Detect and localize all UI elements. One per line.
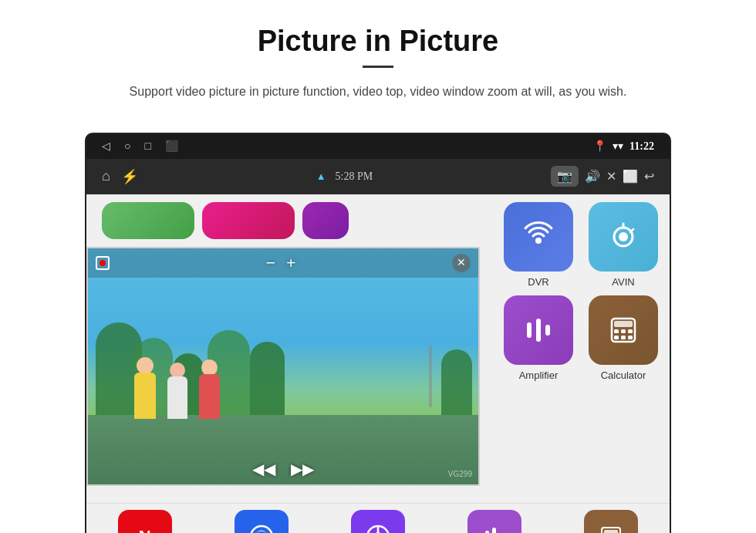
- dvr-app-item[interactable]: DVR: [500, 202, 577, 288]
- pip-bottom-controls: ◀◀ ▶▶: [88, 460, 478, 478]
- dvr-label: DVR: [528, 276, 548, 288]
- signal-icon: ▾▾: [613, 140, 623, 153]
- bottom-app-icon-row: Amplifier: [500, 295, 662, 381]
- netflix-button[interactable]: [102, 202, 194, 239]
- back-toolbar-icon[interactable]: ↩: [644, 169, 654, 184]
- calculator-icon: [604, 311, 643, 349]
- amplifier-icon: [519, 311, 558, 349]
- page-subtitle: Support video picture in picture functio…: [108, 82, 648, 102]
- usb-icon[interactable]: ⚡: [121, 168, 138, 185]
- back-icon: ◁: [102, 140, 110, 153]
- top-app-icon-row: DVR AVIN: [500, 202, 662, 288]
- pip-next-button[interactable]: ▶▶: [291, 460, 314, 478]
- svg-point-0: [535, 238, 542, 244]
- calculator-bottom-icon-svg: [596, 521, 626, 533]
- siriusxm-icon: [246, 521, 277, 533]
- toolbar-right: 📷 🔊 ✕ ⬜ ↩: [551, 166, 654, 187]
- siriusxm-bottom-icon: [235, 510, 289, 533]
- wifi-icon: ▲: [316, 170, 326, 183]
- status-bar-right: 📍 ▾▾ 11:22: [593, 140, 654, 153]
- app-content: − + ✕ ◀◀ ▶▶ VG299: [86, 194, 670, 503]
- svg-rect-12: [614, 336, 619, 339]
- avin-label: AVIN: [612, 276, 634, 288]
- camera-button[interactable]: 📷: [551, 166, 579, 187]
- svg-rect-4: [527, 322, 532, 338]
- dvr-icon: [519, 218, 558, 256]
- siriusxm-button[interactable]: [202, 202, 295, 239]
- svg-rect-14: [628, 336, 633, 339]
- avin-icon-box: [589, 202, 658, 272]
- svg-rect-13: [621, 336, 626, 339]
- wheelkey-bottom-icon: [351, 510, 405, 533]
- avin-app-item[interactable]: AVIN: [585, 202, 662, 288]
- svg-rect-24: [492, 528, 496, 533]
- close-icon[interactable]: ✕: [606, 169, 616, 184]
- netflix-bottom-icon: N: [118, 510, 172, 533]
- location-icon: 📍: [593, 140, 606, 153]
- volume-icon[interactable]: 🔊: [585, 169, 600, 184]
- svg-rect-5: [536, 319, 541, 342]
- page-header: Picture in Picture Support video picture…: [0, 0, 756, 114]
- app-grid-left: − + ✕ ◀◀ ▶▶ VG299: [86, 194, 492, 503]
- title-divider: [363, 66, 393, 68]
- pip-minus-button[interactable]: −: [265, 253, 275, 273]
- window-icon[interactable]: ⬜: [623, 169, 638, 184]
- status-bar-left: ◁ ○ □ ⬛: [102, 140, 178, 153]
- bottom-label-bar: N Netflix SiriusXM: [86, 503, 670, 533]
- toolbar-time: 5:28 PM: [336, 170, 373, 183]
- wheelkey-button[interactable]: [302, 202, 349, 239]
- pip-video-scene: − + ✕ ◀◀ ▶▶ VG299: [88, 248, 478, 484]
- watermark: VG299: [448, 470, 472, 478]
- amplifier-bottom-item[interactable]: Amplifier: [440, 510, 548, 533]
- toolbar-left: ⌂ ⚡: [102, 168, 138, 185]
- netflix-bottom-item[interactable]: N Netflix: [91, 510, 199, 533]
- pip-prev-button[interactable]: ◀◀: [252, 460, 275, 478]
- amplifier-bottom-icon-svg: [479, 521, 510, 533]
- toolbar-center: ▲ 5:28 PM: [316, 170, 373, 183]
- svg-rect-10: [621, 329, 626, 333]
- calculator-bottom-icon: [584, 510, 638, 533]
- svg-rect-27: [604, 530, 618, 533]
- app-grid-right: DVR AVIN: [492, 194, 670, 503]
- pip-close-button[interactable]: ✕: [452, 254, 471, 272]
- app-toolbar: ⌂ ⚡ ▲ 5:28 PM 📷 🔊 ✕ ⬜ ↩: [86, 159, 670, 194]
- top-app-row: [94, 202, 492, 239]
- svg-rect-6: [545, 325, 550, 336]
- siriusxm-bottom-item[interactable]: SiriusXM: [208, 510, 316, 533]
- status-time: 11:22: [629, 140, 654, 153]
- wheelkey-icon: [363, 521, 393, 533]
- home-toolbar-icon[interactable]: ⌂: [102, 168, 110, 184]
- calculator-bottom-item[interactable]: Calculator: [557, 510, 665, 533]
- wheelkey-bottom-item[interactable]: Wheelkey Study: [324, 510, 432, 533]
- svg-rect-11: [628, 329, 633, 333]
- pip-controls: − + ✕: [88, 248, 478, 278]
- amplifier-app-item[interactable]: Amplifier: [500, 295, 577, 381]
- svg-point-2: [619, 232, 628, 241]
- pip-video[interactable]: − + ✕ ◀◀ ▶▶ VG299: [86, 247, 480, 486]
- calculator-label: Calculator: [601, 369, 646, 381]
- recents-icon: □: [144, 140, 150, 153]
- svg-point-15: [251, 526, 272, 533]
- amplifier-bottom-icon: [467, 510, 521, 533]
- pip-record-dot: [100, 260, 106, 266]
- pip-plus-button[interactable]: +: [286, 253, 296, 273]
- calculator-app-item[interactable]: Calculator: [585, 295, 662, 381]
- svg-rect-23: [485, 531, 489, 533]
- device-screenshot: ◁ ○ □ ⬛ 📍 ▾▾ 11:22 ⌂ ⚡ ▲ 5:28 PM 📷 🔊 ✕ ⬜…: [85, 133, 671, 533]
- svg-rect-8: [614, 321, 633, 327]
- home-icon: ○: [124, 140, 130, 153]
- amplifier-label: Amplifier: [519, 369, 559, 381]
- amplifier-icon-box: [504, 295, 573, 365]
- pip-size-controls: − +: [265, 253, 295, 273]
- page-title: Picture in Picture: [46, 25, 710, 58]
- screenshot-icon: ⬛: [165, 140, 178, 153]
- status-bar: ◁ ○ □ ⬛ 📍 ▾▾ 11:22: [86, 134, 670, 159]
- dvr-icon-box: [504, 202, 573, 272]
- pip-record-icon: [96, 256, 110, 270]
- svg-rect-9: [614, 329, 619, 333]
- calculator-icon-box: [589, 295, 658, 365]
- avin-icon: [604, 218, 643, 256]
